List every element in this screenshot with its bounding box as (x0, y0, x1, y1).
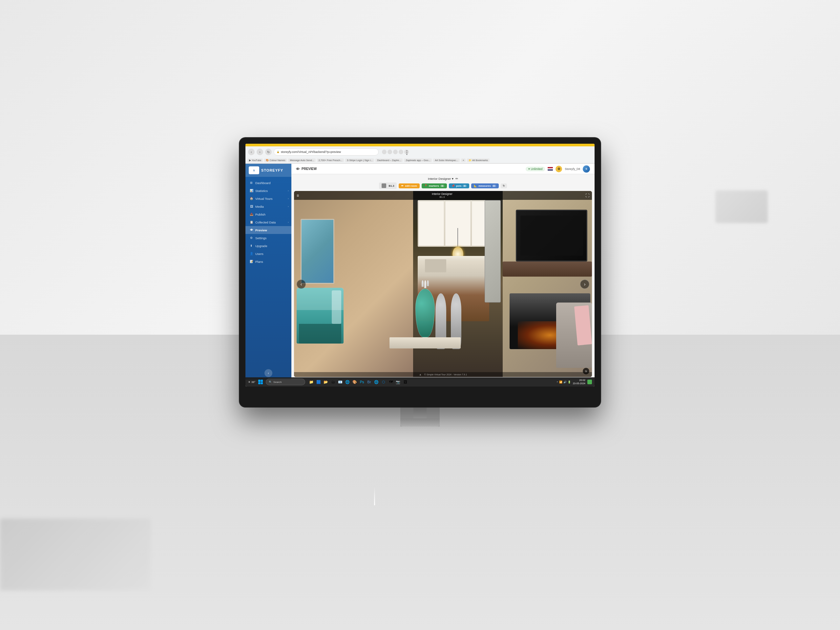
win-cell-4 (261, 382, 263, 385)
bookmark-youtube[interactable]: ▶ YouTube (248, 158, 263, 162)
media-icon: 🖼 (249, 204, 253, 208)
taskbar-icon-bridge[interactable]: Br (366, 379, 372, 385)
win-cell-2 (261, 380, 263, 382)
bookmark-presc[interactable]: 2,700+ Free Presch... (317, 158, 344, 162)
forward-button[interactable]: › (257, 148, 263, 155)
download-icon[interactable] (399, 150, 403, 154)
tour-title-bar: Interior Designer ▾ ✏ (294, 177, 592, 180)
profile-icon[interactable] (387, 150, 392, 154)
taskbar-icon-chrome[interactable]: 🌐 (373, 379, 379, 385)
header-preview-section: 👁 PREVIEW (296, 167, 317, 171)
taskbar-icon-folder[interactable]: 📂 (323, 379, 329, 385)
tour-title-text: Interior Designer ▾ (428, 177, 453, 180)
preview-icon-sidebar: 👁 (249, 228, 253, 232)
sidebar-item-users[interactable]: 👤 Users (245, 250, 291, 257)
app-header: 👁 PREVIEW ● Unlimited ⚙ Storeyfy_D8 S (291, 164, 595, 174)
flag-usa-icon (548, 167, 553, 171)
virtual-tours-icon: 🏠 (249, 197, 253, 201)
edit-tour-icon[interactable]: ✏ (455, 177, 458, 180)
menu-icon[interactable]: ⋮ (404, 150, 409, 154)
taskbar-icon-paint[interactable]: 🎨 (352, 379, 358, 385)
taskbar-icon-mail[interactable]: 📧 (337, 379, 343, 385)
room-panorama: ‹ › ▲ © Simple Virtual Tour 2024 - Versi… (294, 191, 592, 377)
sidebar-label-publish: Publish (255, 213, 265, 216)
sidebar-item-media[interactable]: 🖼 Media › (245, 202, 291, 210)
taskbar-icon-maps[interactable]: 🗺 (388, 379, 394, 385)
taskbar: ☀ 39° (245, 377, 595, 387)
windows-start-button[interactable] (257, 379, 264, 385)
pois-button[interactable]: 📌 pois 0 (449, 183, 469, 188)
nav-arrow-right[interactable]: › (580, 279, 589, 289)
logo-text: STOREYFY (261, 168, 283, 172)
sidebar-item-preview[interactable]: 👁 Preview (245, 226, 291, 234)
statistics-icon: 📊 (249, 189, 253, 193)
sidebar-label-settings: Settings (255, 236, 267, 240)
taskbar-icon-explorer[interactable]: 🗂 (330, 379, 336, 385)
markers-badge: 0 (441, 185, 444, 187)
sidebar-item-publish[interactable]: 📤 Publish (245, 210, 291, 218)
sidebar-label-virtual-tours: Virtual Tours (255, 197, 272, 201)
bookmark-star[interactable] (382, 150, 387, 154)
grey-sofa (556, 303, 592, 368)
taskbar-icon-photos[interactable]: 🖼 (402, 379, 408, 385)
taskbar-chevron-icon[interactable]: ^ (557, 381, 558, 384)
screen: ‹ › ↻ 🔒 storeyfy.com/Virtual_API/backend… (245, 144, 595, 387)
sidebar-item-collected-data[interactable]: 📋 Collected Data › (245, 218, 291, 226)
url-text: storeyfy.com/Virtual_API/backend/?p=prev… (281, 150, 341, 153)
extension-icon[interactable] (393, 150, 398, 154)
viewer-title-area: Interior Designer B1.3 (299, 192, 585, 199)
bookmark-zaptreats[interactable]: Zaptreats app – Goo... (404, 158, 432, 162)
bookmark-colours[interactable]: 🎨 Colour Names (264, 158, 287, 162)
bookmark-dashboard[interactable]: Dashboard – Zaptre... (375, 158, 403, 162)
tour-container: Interior Designer ▾ ✏ B1.3 ✏ edit ro (291, 174, 595, 380)
address-bar[interactable]: 🔒 storeyfy.com/Virtual_API/backend/?p=pr… (274, 148, 379, 156)
header-preview-text: PREVIEW (302, 167, 317, 171)
sidebar-collapse-button[interactable]: ‹ (264, 369, 272, 377)
sidebar-item-dashboard[interactable]: ⊞ Dashboard (245, 179, 291, 187)
taskbar-search-box[interactable]: 🔍 Search (266, 379, 305, 385)
taskbar-icon-camera[interactable]: 📷 (395, 379, 401, 385)
markers-label: markers (429, 185, 439, 187)
sidebar-item-upgrade[interactable]: ⬆ Upgrade (245, 242, 291, 250)
edit-room-label: edit room (405, 185, 417, 187)
taskbar-icon-teams[interactable]: 🟦 (316, 379, 322, 385)
sidebar-item-statistics[interactable]: 📊 Statistics › (245, 187, 291, 194)
win-cell-3 (258, 382, 261, 385)
bookmark-more[interactable]: » (461, 158, 466, 162)
refresh-viewer-button[interactable]: ↻ (501, 183, 507, 188)
teal-couch (297, 288, 344, 344)
settings-gear-button[interactable]: ⚙ (556, 166, 562, 172)
sidebar-item-virtual-tours[interactable]: 🏠 Virtual Tours › (245, 194, 291, 202)
measures-badge: 0 (492, 185, 496, 187)
sidebar-item-plans[interactable]: 📝 Plans (245, 257, 291, 265)
bookmarks-bar: ▶ YouTube 🎨 Colour Names Message Auto Se… (245, 158, 595, 163)
nav-arrow-left[interactable]: ‹ (297, 279, 306, 289)
measures-button[interactable]: 📐 measures 0 (471, 183, 499, 188)
tour-toolbar: B1.3 ✏ edit room 📍 markers 0 (294, 182, 592, 189)
foreground-laptop (0, 518, 151, 591)
sidebar-item-settings[interactable]: ⚙ Settings (245, 234, 291, 242)
fullscreen-icon[interactable]: ⛶ (585, 193, 589, 198)
bookmark-artsobo[interactable]: Art Sobo Workspac... (433, 158, 460, 162)
pois-label: pois (456, 185, 461, 187)
edit-room-button[interactable]: ✏ edit room (399, 183, 419, 188)
hamburger-icon[interactable]: ≡ (297, 193, 299, 198)
bookmark-all[interactable]: 📁 All Bookmarks (467, 158, 489, 162)
markers-button[interactable]: 📍 markers 0 (422, 183, 447, 188)
wall-art (300, 219, 334, 284)
taskbar-icon-vscode[interactable]: ⬡ (381, 379, 387, 385)
app-yellow-bar (245, 144, 595, 146)
edit-room-icon: ✏ (401, 185, 404, 187)
taskbar-icon-edge[interactable]: 🌐 (344, 379, 351, 385)
taskbar-icon-photoshop[interactable]: Ps (359, 379, 365, 385)
bookmark-message[interactable]: Message Auto Send... (288, 158, 315, 162)
refresh-button[interactable]: ↻ (265, 148, 272, 155)
pois-badge: 0 (463, 185, 467, 187)
publish-icon: 📤 (249, 212, 253, 216)
taskbar-date: 23-05-2024 (573, 382, 585, 385)
stone-mantle (503, 262, 592, 276)
bookmark-stripe[interactable]: S Stripe Login | Sign i... (345, 158, 374, 162)
back-button[interactable]: ‹ (248, 148, 255, 155)
taskbar-icon-files[interactable]: 📁 (308, 379, 314, 385)
room-chip-button[interactable]: B1.3 (379, 182, 397, 189)
